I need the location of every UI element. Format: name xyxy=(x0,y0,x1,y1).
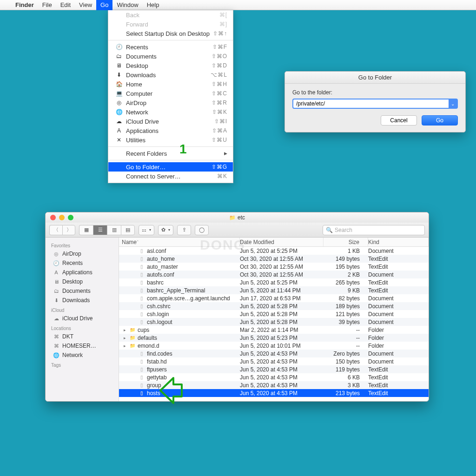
sidebar-item-label: DKT xyxy=(62,333,73,340)
search-field[interactable]: 🔍 Search xyxy=(323,225,425,235)
finder-sidebar: Favorites◎AirDrop🕘RecentsAApplications🖥D… xyxy=(46,238,119,401)
file-size: 265 bytes xyxy=(324,279,368,286)
menu-item-shortcut: ⇧⌘↑ xyxy=(213,30,227,37)
group-by-button[interactable]: ⚏ xyxy=(139,225,154,235)
file-row[interactable]: ▯csh.cshrcJun 5, 2020 at 5:28 PM189 byte… xyxy=(119,302,429,310)
file-row[interactable]: ▯bashrcJun 5, 2020 at 5:25 PM265 bytesTe… xyxy=(119,278,429,286)
column-kind[interactable]: Kind xyxy=(368,238,429,246)
menu-item-shortcut: ⇧⌘O xyxy=(212,53,227,60)
file-row[interactable]: ▸📁emond.dJun 5, 2020 at 10:01 PM--Folder xyxy=(119,342,429,350)
sidebar-item[interactable]: ☁︎iCloud Drive xyxy=(46,314,119,323)
menu-item[interactable]: Select Startup Disk on Desktop⇧⌘↑ xyxy=(108,29,233,38)
file-name: autofs.conf xyxy=(147,271,174,278)
menu-item[interactable]: 🖥Desktop⇧⌘D xyxy=(108,61,233,70)
view-list-button[interactable]: ☰ xyxy=(93,225,107,235)
file-row[interactable]: ▯autofs.confOct 30, 2020 at 12:55 AM2 KB… xyxy=(119,271,429,278)
share-button[interactable]: ⇪ xyxy=(177,225,191,235)
column-size[interactable]: Size xyxy=(324,238,368,246)
menu-item[interactable]: 💻Computer⇧⌘C xyxy=(108,89,233,98)
sidebar-item[interactable]: 🕘Recents xyxy=(46,258,119,268)
file-row[interactable]: ▯asl.confJun 5, 2020 at 5:25 PM1 KBDocum… xyxy=(119,247,429,255)
file-row[interactable]: ▯csh.logoutJun 5, 2020 at 5:28 PM39 byte… xyxy=(119,318,429,326)
disclosure-triangle-icon[interactable]: ▸ xyxy=(122,328,127,332)
menubar-app[interactable]: Finder xyxy=(11,0,38,10)
disclosure-triangle-icon[interactable]: ▸ xyxy=(122,336,127,340)
file-row[interactable]: ▯find.codesJun 5, 2020 at 4:53 PMZero by… xyxy=(119,350,429,357)
file-row[interactable]: ▯ftpusersJun 5, 2020 at 4:53 PM119 bytes… xyxy=(119,365,429,373)
sidebar-item[interactable]: ⌘HOMESER… xyxy=(46,341,119,350)
file-date: Oct 30, 2020 at 12:55 AM xyxy=(240,264,324,270)
menubar-file[interactable]: File xyxy=(38,0,56,10)
menu-item-shortcut: ⇧⌘U xyxy=(212,137,227,143)
menubar-window[interactable]: Window xyxy=(112,0,142,10)
file-row[interactable]: ▯fstab.hdJun 5, 2020 at 4:53 PM150 bytes… xyxy=(119,357,429,365)
menu-item[interactable]: Connect to Server…⌘K xyxy=(108,172,233,181)
list-header[interactable]: Name Date Modified Size Kind xyxy=(119,238,429,247)
menubar-go[interactable]: Go xyxy=(96,0,112,10)
cancel-button[interactable]: Cancel xyxy=(381,115,417,126)
tags-button[interactable]: ◯ xyxy=(195,225,209,235)
minimize-icon[interactable] xyxy=(59,215,65,220)
file-row[interactable]: ▸📁defaultsJun 5, 2020 at 5:23 PM--Folder xyxy=(119,334,429,342)
menubar-edit[interactable]: Edit xyxy=(56,0,75,10)
view-gallery-button[interactable]: ▤ xyxy=(121,225,135,235)
menu-item[interactable]: Go to Folder…⇧⌘G xyxy=(108,162,233,172)
menubar-view[interactable]: View xyxy=(75,0,96,10)
folder-path-combo[interactable]: ⌄ xyxy=(292,99,458,109)
menu-item-shortcut: ⇧⌘A xyxy=(212,127,227,134)
finder-titlebar[interactable]: 📁 etc xyxy=(46,212,429,223)
file-row[interactable]: ▯auto_homeOct 30, 2020 at 12:55 AM149 by… xyxy=(119,255,429,263)
back-button[interactable]: 〈 xyxy=(49,225,62,235)
sidebar-item[interactable]: ⬇︎Downloads xyxy=(46,296,119,305)
menu-item[interactable]: 🌐Network⇧⌘K xyxy=(108,107,233,117)
menu-item[interactable]: ✕Utilities⇧⌘U xyxy=(108,135,233,145)
file-icon: ▯ xyxy=(139,383,145,388)
file-row[interactable]: ▯csh.loginJun 5, 2020 at 5:28 PM121 byte… xyxy=(119,310,429,318)
file-row[interactable]: ▯auto_masterOct 30, 2020 at 12:55 AM195 … xyxy=(119,263,429,271)
file-name: asl.conf xyxy=(147,248,166,254)
menu-item-label: Go to Folder… xyxy=(126,164,212,171)
view-icons-button[interactable]: ▦ xyxy=(79,225,93,235)
view-columns-button[interactable]: ▥ xyxy=(107,225,121,235)
menu-item[interactable]: 🗂Documents⇧⌘O xyxy=(108,52,233,61)
column-date[interactable]: Date Modified xyxy=(240,238,324,246)
sidebar-item[interactable]: ⌘DKT xyxy=(46,332,119,341)
menu-item: Forward⌘] xyxy=(108,20,233,29)
sidebar-section-header: Locations xyxy=(46,323,119,332)
forward-button[interactable]: 〉 xyxy=(62,225,75,235)
menu-item[interactable]: ⬇︎Downloads⌥⌘L xyxy=(108,70,233,79)
menu-item[interactable]: Recent Folders▶ xyxy=(108,149,233,158)
sidebar-item-icon: ◎ xyxy=(53,251,60,257)
file-name: ftpusers xyxy=(147,366,167,373)
file-size: 149 bytes xyxy=(324,256,368,262)
folder-path-input[interactable] xyxy=(293,100,449,107)
menu-item[interactable]: ◎AirDrop⇧⌘R xyxy=(108,98,233,107)
menu-item[interactable]: ☁︎iCloud Drive⇧⌘I xyxy=(108,117,233,126)
file-row[interactable]: ▸📁cupsMar 2, 2022 at 1:14 PM--Folder xyxy=(119,326,429,334)
sidebar-section-header: iCloud xyxy=(46,305,119,314)
zoom-icon[interactable] xyxy=(68,215,73,220)
file-row[interactable]: ▯com.apple.scre…g.agent.launchdJun 17, 2… xyxy=(119,294,429,302)
sidebar-item[interactable]: 🗂Documents xyxy=(46,286,119,296)
action-button[interactable]: ✿ xyxy=(158,225,173,235)
menu-item[interactable]: 🏠Home⇧⌘H xyxy=(108,79,233,89)
combo-chevron-icon[interactable]: ⌄ xyxy=(449,99,457,108)
sidebar-item-label: Desktop xyxy=(62,278,83,285)
sidebar-item[interactable]: 🖥Desktop xyxy=(46,277,119,286)
go-button[interactable]: Go xyxy=(422,115,458,126)
sidebar-item[interactable]: 🌐Network xyxy=(46,350,119,360)
file-row[interactable]: ▯bashrc_Apple_TerminalJun 5, 2020 at 11:… xyxy=(119,286,429,294)
disclosure-triangle-icon[interactable]: ▸ xyxy=(122,344,127,348)
close-icon[interactable] xyxy=(50,215,56,220)
folder-icon: 📁 xyxy=(229,215,236,221)
file-name: defaults xyxy=(138,335,157,341)
file-size: 9 KB xyxy=(324,287,368,294)
sidebar-item[interactable]: AApplications xyxy=(46,268,119,277)
sidebar-item[interactable]: ◎AirDrop xyxy=(46,249,119,258)
menu-item[interactable]: AApplications⇧⌘A xyxy=(108,126,233,135)
menu-item[interactable]: 🕘Recents⇧⌘F xyxy=(108,42,233,52)
menubar-help[interactable]: Help xyxy=(143,0,164,10)
column-name[interactable]: Name xyxy=(119,238,240,246)
sidebar-item-label: Applications xyxy=(62,269,93,276)
file-size: 189 bytes xyxy=(324,303,368,310)
